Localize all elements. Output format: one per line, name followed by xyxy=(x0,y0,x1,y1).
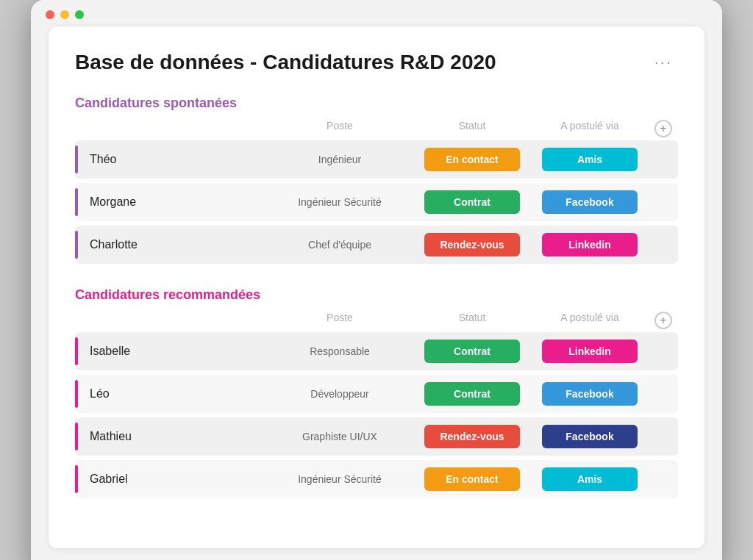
section-title-recommandees: Candidatures recommandées xyxy=(75,287,260,303)
col-header-name xyxy=(84,120,266,137)
status-badge: En contact xyxy=(424,148,520,171)
row-via: Amis xyxy=(531,148,649,171)
col-header-poste-1: Poste xyxy=(266,120,413,137)
via-badge: Linkedin xyxy=(542,233,638,256)
row-statut: En contact xyxy=(413,148,531,171)
status-badge: Contrat xyxy=(424,190,520,214)
row-statut: Contrat xyxy=(413,382,531,406)
candidate-name: Isabelle xyxy=(90,345,130,358)
add-row-button-1[interactable]: + xyxy=(654,120,672,137)
table-row: Mathieu Graphiste UI/UX Rendez-vous Face… xyxy=(75,417,678,456)
col-header-via-2: A postulé via xyxy=(531,312,649,329)
row-statut: Rendez-vous xyxy=(413,425,531,448)
row-name-cell: Léo xyxy=(75,380,266,408)
row-border-indicator xyxy=(75,188,78,216)
candidate-name: Gabriel xyxy=(90,473,128,486)
table-row: Charlotte Chef d'équipe Rendez-vous Link… xyxy=(75,226,678,264)
row-via: Linkedin xyxy=(531,233,649,256)
title-bar xyxy=(31,0,722,26)
status-badge: En contact xyxy=(424,467,520,491)
row-poste: Ingénieur Sécurité xyxy=(266,196,413,208)
col-header-statut-1: Statut xyxy=(413,120,531,137)
row-name-cell: Isabelle xyxy=(75,337,266,365)
via-badge: Amis xyxy=(542,467,638,491)
row-poste: Ingénieur xyxy=(266,154,413,165)
candidate-name: Léo xyxy=(90,387,110,401)
col-add-1: + xyxy=(649,120,678,137)
row-border-indicator xyxy=(75,380,78,408)
device-frame: Base de données - Candidatures R&D 2020 … xyxy=(31,0,722,560)
via-badge: Facebook xyxy=(542,190,638,214)
via-badge: Facebook xyxy=(542,425,638,448)
row-name-cell: Théo xyxy=(75,146,266,173)
main-content: Base de données - Candidatures R&D 2020 … xyxy=(49,26,704,548)
row-border-indicator xyxy=(75,337,78,365)
row-name-cell: Gabriel xyxy=(75,465,266,493)
row-border-indicator xyxy=(75,423,78,450)
section-header-spontanees: Candidatures spontanées xyxy=(75,96,678,111)
via-badge: Linkedin xyxy=(542,340,638,363)
candidate-name: Théo xyxy=(90,153,116,166)
status-badge: Contrat xyxy=(424,382,520,406)
table-header-spontanees: Poste Statut A postulé via + xyxy=(75,117,678,140)
traffic-light-yellow[interactable] xyxy=(60,10,69,19)
page-title: Base de données - Candidatures R&D 2020 xyxy=(75,51,496,74)
table-row: Théo Ingénieur En contact Amis xyxy=(75,140,678,179)
col-header-statut-2: Statut xyxy=(413,312,531,329)
status-badge: Rendez-vous xyxy=(424,425,520,448)
status-badge: Rendez-vous xyxy=(424,233,520,256)
add-row-button-2[interactable]: + xyxy=(654,312,672,329)
table-row: Isabelle Responsable Contrat Linkedin xyxy=(75,332,678,370)
status-badge: Contrat xyxy=(424,340,520,363)
section-title-spontanees: Candidatures spontanées xyxy=(75,96,237,111)
page-header: Base de données - Candidatures R&D 2020 … xyxy=(75,50,678,75)
traffic-light-red[interactable] xyxy=(46,10,54,19)
row-statut: Rendez-vous xyxy=(413,233,531,256)
row-via: Linkedin xyxy=(531,340,649,363)
row-poste: Ingénieur Sécurité xyxy=(266,473,413,485)
row-statut: Contrat xyxy=(413,190,531,214)
table-header-recommandees: Poste Statut A postulé via + xyxy=(75,309,678,332)
row-via: Facebook xyxy=(531,190,649,214)
row-poste: Développeur xyxy=(266,388,413,400)
row-name-cell: Mathieu xyxy=(75,423,266,450)
section-spontanees: Candidatures spontanées Poste Statut A p… xyxy=(75,96,678,264)
candidate-name: Morgane xyxy=(90,195,136,209)
row-border-indicator xyxy=(75,465,78,493)
col-header-name xyxy=(84,312,266,329)
row-poste: Responsable xyxy=(266,345,413,357)
row-name-cell: Charlotte xyxy=(75,231,266,259)
row-statut: En contact xyxy=(413,467,531,491)
row-poste: Graphiste UI/UX xyxy=(266,431,413,442)
row-border-indicator xyxy=(75,146,78,173)
section-header-recommandees: Candidatures recommandées xyxy=(75,287,678,303)
section-recommandees: Candidatures recommandées Poste Statut A… xyxy=(75,287,678,498)
table-row: Morgane Ingénieur Sécurité Contrat Faceb… xyxy=(75,183,678,221)
table-row: Léo Développeur Contrat Facebook xyxy=(75,375,678,413)
via-badge: Amis xyxy=(542,148,638,171)
row-border-indicator xyxy=(75,231,78,259)
candidate-name: Charlotte xyxy=(90,238,138,251)
col-add-2: + xyxy=(649,312,678,329)
row-via: Amis xyxy=(531,467,649,491)
row-statut: Contrat xyxy=(413,340,531,363)
col-header-via-1: A postulé via xyxy=(531,120,649,137)
more-button[interactable]: ··· xyxy=(649,50,678,75)
row-via: Facebook xyxy=(531,382,649,406)
candidate-name: Mathieu xyxy=(90,430,132,443)
table-row: Gabriel Ingénieur Sécurité En contact Am… xyxy=(75,460,678,498)
row-poste: Chef d'équipe xyxy=(266,239,413,251)
traffic-light-green[interactable] xyxy=(75,10,84,19)
col-header-poste-2: Poste xyxy=(266,312,413,329)
row-name-cell: Morgane xyxy=(75,188,266,216)
row-via: Facebook xyxy=(531,425,649,448)
via-badge: Facebook xyxy=(542,382,638,406)
